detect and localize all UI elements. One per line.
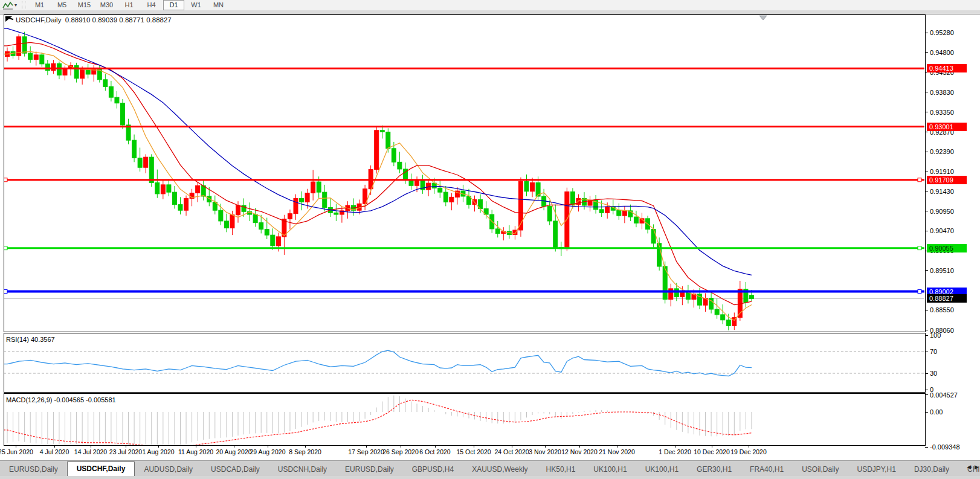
bear-candle (103, 80, 108, 87)
hline-handle[interactable] (918, 246, 921, 250)
tab-usdjpy-h1[interactable]: USDJPY,H1 (848, 463, 904, 477)
tab-gbpusd-h4[interactable]: GBPUSD,H4 (403, 463, 463, 477)
tab-xauusd-weekly[interactable]: XAUUSD,Weekly (463, 463, 537, 477)
price-axis-label: 0.93830 (930, 89, 954, 96)
bear-candle (155, 182, 160, 193)
bull-candle (415, 181, 419, 185)
rsi-axis-label: 100 (930, 332, 941, 339)
hline-handle[interactable] (918, 290, 921, 294)
time-axis-label: 3 Nov 2020 (529, 448, 561, 455)
chart-symbol-marker-icon (5, 16, 12, 22)
tab-usdchf-daily[interactable]: USDCHF,Daily (67, 461, 135, 477)
main-pane-border (4, 14, 925, 332)
bull-candle (605, 207, 610, 213)
tab-audusd-daily[interactable]: AUDUSD,Daily (135, 463, 202, 477)
time-axis-label: 1 Aug 2020 (142, 448, 174, 455)
bear-candle (323, 192, 327, 207)
bear-candle (317, 182, 321, 192)
hline-handle[interactable] (918, 178, 921, 182)
bear-candle (40, 55, 44, 64)
bear-candle (438, 188, 442, 192)
bear-candle (634, 217, 638, 223)
time-axis-label: 1 Dec 2020 (659, 448, 691, 455)
bull-candle (450, 197, 454, 202)
bear-candle (22, 37, 27, 53)
hline-price-badge: 0.91709 (927, 176, 967, 184)
bull-candle (565, 191, 569, 248)
open-value: 0.88910 (65, 16, 91, 24)
price-axis-label: 0.91430 (930, 188, 954, 195)
close-value: 0.88827 (146, 16, 172, 24)
bull-candle (530, 182, 535, 191)
bear-candle (45, 64, 50, 71)
bear-candle (674, 289, 679, 297)
time-axis-label: 11 Aug 2020 (178, 448, 213, 455)
high-value: 0.89039 (92, 16, 118, 24)
time-axis-label: 6 Oct 2020 (419, 448, 450, 455)
bear-candle (721, 315, 725, 320)
bear-candle (115, 97, 119, 103)
time-axis-label: 15 Oct 2020 (456, 448, 491, 455)
bear-candle (300, 198, 304, 202)
price-axis-label: 0.92390 (930, 148, 954, 155)
bear-candle (253, 214, 257, 223)
time-axis-label: 26 Sep 2020 (382, 448, 419, 455)
tab-usoil-daily[interactable]: USOil,Daily (793, 463, 848, 477)
bear-candle (495, 229, 500, 234)
bear-candle (651, 230, 656, 243)
macd-indicator-label: MACD(12,26,9) -0.004565 -0.005581 (6, 396, 116, 403)
tab-eurusd-daily[interactable]: EURUSD,Daily (336, 463, 403, 477)
tab-uk100-h1[interactable]: UK100,H1 (584, 463, 636, 477)
tab-eurusd-daily[interactable]: EURUSD,Daily (0, 463, 67, 477)
rsi-pane-border (4, 333, 925, 392)
bull-candle (375, 130, 379, 170)
bull-candle (34, 55, 38, 60)
rsi-axis-label: 70 (930, 348, 937, 355)
tab-fra40-h1[interactable]: FRA40,H1 (741, 463, 793, 477)
time-axis-label: 10 Dec 2020 (694, 448, 730, 455)
bull-candle (230, 215, 234, 228)
bear-candle (524, 181, 529, 191)
price-axis-label: 0.95280 (930, 29, 954, 36)
hline-price-badge: 0.93001 (927, 123, 967, 131)
bear-candle (392, 149, 396, 162)
bull-candle (305, 193, 309, 202)
bull-candle (63, 68, 67, 75)
tab-ger30-h1[interactable]: GER30,H1 (688, 463, 741, 477)
macd-axis-label: -0.009348 (930, 443, 960, 451)
time-axis-label: 12 Nov 2020 (561, 448, 598, 455)
bear-candle (443, 192, 448, 202)
low-value: 0.88771 (119, 16, 144, 24)
bull-candle (51, 63, 56, 71)
tab-scroll-right-icon[interactable]: ▶ (975, 464, 979, 470)
time-axis-label: 20 Aug 2020 (216, 448, 252, 455)
tab-uk100-h1[interactable]: UK100,H1 (636, 463, 688, 477)
bear-candle (334, 213, 338, 214)
tab-hk50-h1[interactable]: HK50,H1 (537, 463, 585, 477)
macd-axis-label: 0.00 (930, 408, 943, 416)
chart-canvas[interactable] (0, 0, 980, 460)
bear-candle (121, 103, 125, 125)
bear-candle (86, 69, 90, 74)
time-axis-label: 25 Jun 2020 (0, 448, 33, 455)
bear-candle (380, 130, 384, 132)
bear-candle (28, 53, 33, 59)
hline-price-badge: 0.94413 (927, 64, 967, 72)
tab-usdcnh-daily[interactable]: USDCNH,Daily (269, 463, 336, 477)
price-axis-label: 0.91910 (930, 168, 954, 175)
bear-candle (749, 295, 753, 299)
macd-pane-border (4, 393, 925, 445)
bull-candle (276, 237, 280, 246)
price-axis-label: 0.90950 (930, 208, 954, 215)
tab-dj30-daily[interactable]: DJ30,Daily (905, 463, 958, 477)
price-axis-label: 0.94800 (930, 49, 954, 56)
tab-usdcad-daily[interactable]: USDCAD,Daily (202, 463, 269, 477)
tab-scroll-left-icon[interactable]: ◀ (967, 464, 971, 470)
bear-candle (386, 132, 390, 149)
current-price-badge: 0.88827 (927, 294, 967, 303)
bear-candle (149, 157, 153, 182)
bear-candle (224, 221, 228, 228)
bull-candle (622, 211, 627, 216)
bear-candle (398, 162, 402, 169)
bear-candle (178, 205, 182, 211)
